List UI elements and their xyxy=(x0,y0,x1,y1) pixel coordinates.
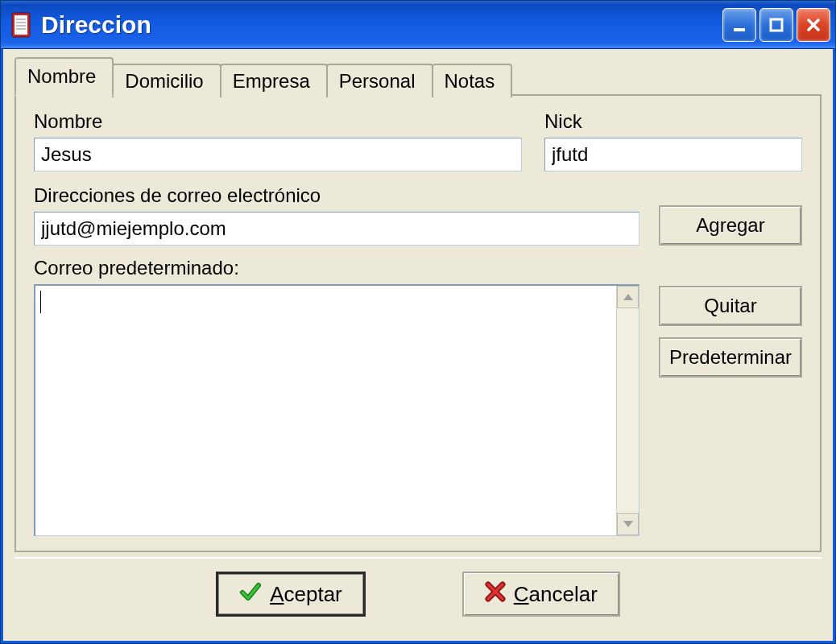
add-button[interactable]: Agregar xyxy=(659,205,802,246)
chevron-down-icon xyxy=(623,521,633,527)
cancel-button[interactable]: Cancelar xyxy=(462,572,620,617)
remove-button[interactable]: Quitar xyxy=(659,286,802,326)
name-label: Nombre xyxy=(34,110,522,133)
name-nick-row: Nombre Nick xyxy=(34,110,802,171)
nick-input[interactable] xyxy=(544,138,802,171)
tab-empresa[interactable]: Empresa xyxy=(220,64,328,97)
email-row: Direcciones de correo electrónico Agrega… xyxy=(34,184,802,246)
scroll-down-button[interactable] xyxy=(617,513,639,535)
default-mail-label: Correo predeterminado: xyxy=(34,257,639,279)
close-icon xyxy=(805,16,822,34)
close-button[interactable] xyxy=(797,8,830,42)
client-area: Nombre Domicilio Empresa Personal Notas … xyxy=(1,49,835,643)
tab-notas[interactable]: Notas xyxy=(432,64,513,97)
name-field-group: Nombre xyxy=(34,110,522,171)
list-buttons-column: Quitar Predeterminar xyxy=(659,257,802,536)
tab-strip: Nombre Domicilio Empresa Personal Notas xyxy=(14,57,822,94)
email-listbox[interactable] xyxy=(34,284,639,536)
tab-domicilio[interactable]: Domicilio xyxy=(112,64,221,97)
nick-label: Nick xyxy=(544,110,802,133)
accept-label: Aceptar xyxy=(270,582,342,607)
minimize-button[interactable] xyxy=(722,8,756,42)
email-field-group: Direcciones de correo electrónico xyxy=(34,184,639,246)
minimize-icon xyxy=(730,16,748,34)
chevron-up-icon xyxy=(623,294,633,300)
maximize-button[interactable] xyxy=(759,8,793,42)
email-input[interactable] xyxy=(34,212,639,246)
text-cursor xyxy=(40,291,41,313)
list-column: Correo predeterminado: xyxy=(34,257,639,536)
list-row: Correo predeterminado: xyxy=(34,257,802,536)
window-title: Direccion xyxy=(41,11,151,39)
add-button-col: Agregar xyxy=(659,205,802,246)
tab-personal[interactable]: Personal xyxy=(326,64,433,97)
list-content xyxy=(35,286,616,535)
title-bar: Direccion xyxy=(1,1,835,49)
set-default-button[interactable]: Predeterminar xyxy=(659,337,802,378)
email-label: Direcciones de correo electrónico xyxy=(34,184,639,207)
title-left: Direccion xyxy=(9,11,722,39)
svg-marker-11 xyxy=(623,521,633,527)
scroll-up-button[interactable] xyxy=(617,286,639,308)
svg-rect-1 xyxy=(14,15,27,35)
x-icon xyxy=(485,581,506,608)
svg-rect-6 xyxy=(734,28,745,31)
name-input[interactable] xyxy=(34,138,522,171)
maximize-icon xyxy=(768,16,785,34)
tab-panel: Nombre Nick Direcciones de correo electr… xyxy=(14,94,822,552)
cancel-label: Cancelar xyxy=(514,582,598,607)
check-icon xyxy=(239,580,262,609)
dialog-button-bar: Aceptar Cancelar xyxy=(14,557,822,630)
svg-rect-7 xyxy=(771,19,782,31)
window-frame: Direccion Nombre Dom xyxy=(0,0,836,644)
tab-nombre[interactable]: Nombre xyxy=(14,57,114,96)
svg-marker-10 xyxy=(623,294,633,300)
vertical-scrollbar[interactable] xyxy=(616,286,639,535)
window-controls xyxy=(722,8,830,42)
nick-field-group: Nick xyxy=(544,110,802,171)
accept-button[interactable]: Aceptar xyxy=(216,572,366,617)
app-icon xyxy=(9,11,33,39)
